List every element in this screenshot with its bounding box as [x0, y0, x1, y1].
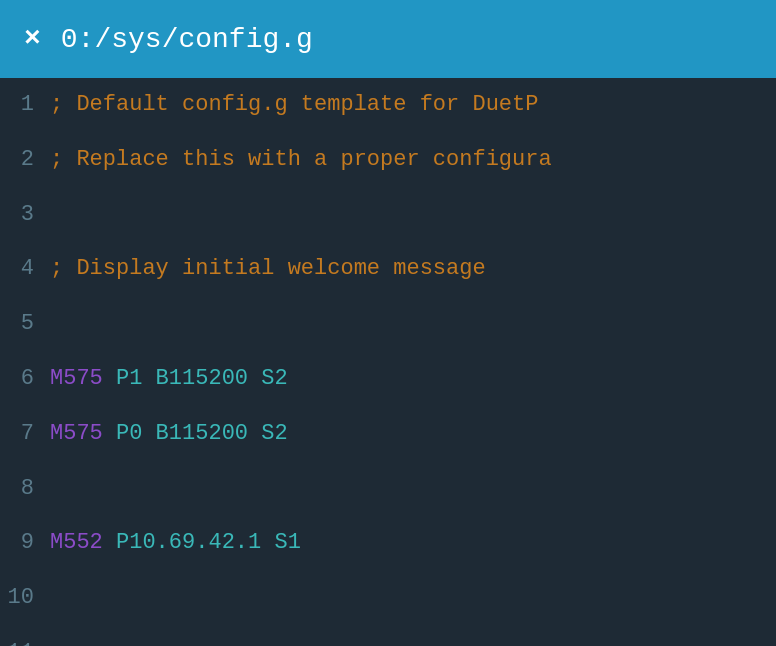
line-number: 1	[0, 78, 50, 133]
line-number: 2	[0, 133, 50, 188]
file-title: 0:/sys/config.g	[61, 24, 313, 55]
line-row: 9M552 P10.69.42.1 S1	[0, 516, 776, 571]
line-content: ; Replace this with a proper configura	[50, 133, 552, 188]
line-row: 11	[0, 626, 776, 646]
line-number: 7	[0, 407, 50, 462]
line-number: 5	[0, 297, 50, 352]
line-number: 10	[0, 571, 50, 626]
line-row: 7M575 P0 B115200 S2	[0, 407, 776, 462]
line-content: M575 P1 B115200 S2	[50, 352, 288, 407]
line-row: 6M575 P1 B115200 S2	[0, 352, 776, 407]
title-bar: × 0:/sys/config.g	[0, 0, 776, 78]
line-content: M552 P10.69.42.1 S1	[50, 516, 301, 571]
close-icon[interactable]: ×	[24, 25, 41, 53]
line-row: 8	[0, 462, 776, 517]
line-content: ; Display initial welcome message	[50, 242, 486, 297]
line-number: 8	[0, 462, 50, 517]
line-number: 4	[0, 242, 50, 297]
line-number: 11	[0, 626, 50, 646]
line-row: 10	[0, 571, 776, 626]
line-row: 4; Display initial welcome message	[0, 242, 776, 297]
line-row: 2; Replace this with a proper configura	[0, 133, 776, 188]
line-content: ; Default config.g template for DuetP	[50, 78, 538, 133]
line-number: 6	[0, 352, 50, 407]
line-number: 3	[0, 188, 50, 243]
line-row: 3	[0, 188, 776, 243]
editor-area: 1; Default config.g template for DuetP2;…	[0, 78, 776, 646]
line-content: M575 P0 B115200 S2	[50, 407, 288, 462]
line-row: 1; Default config.g template for DuetP	[0, 78, 776, 133]
line-number: 9	[0, 516, 50, 571]
line-row: 5	[0, 297, 776, 352]
